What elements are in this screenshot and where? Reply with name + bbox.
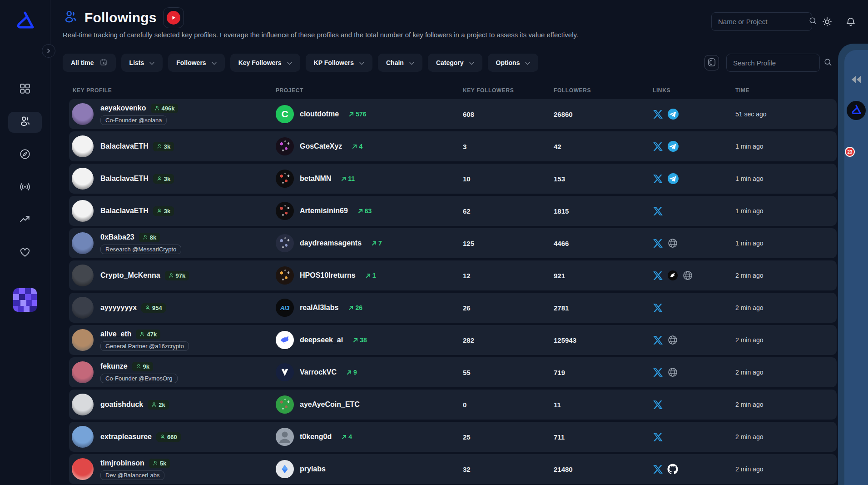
profile-name[interactable]: BalaclavaETH xyxy=(100,175,149,183)
profile-name[interactable]: fekunze xyxy=(100,362,128,370)
table-row[interactable]: ayyyyyyyx 954 AI3 realAI3labs 26 26 2781… xyxy=(69,293,837,323)
profile-name[interactable]: 0xBaba23 xyxy=(100,233,134,241)
project-name[interactable]: deepseek_ai xyxy=(300,336,343,344)
project-name[interactable]: HPOS10Ireturns xyxy=(300,271,356,280)
filter-kp-followers[interactable]: KP Followers xyxy=(306,54,372,72)
project-name[interactable]: Artemisinin69 xyxy=(300,207,348,215)
project-name[interactable]: ayeAyeCoin_ETC xyxy=(300,400,360,409)
project-icon[interactable] xyxy=(276,331,294,349)
profile-avatar[interactable] xyxy=(72,458,94,480)
filter-chain[interactable]: Chain xyxy=(378,54,422,72)
filter-followers[interactable]: Followers xyxy=(168,54,224,72)
panel-app-logo[interactable]: 23 xyxy=(847,101,866,120)
profile-name[interactable]: ayyyyyyyx xyxy=(100,304,137,312)
sidebar-item-signals[interactable] xyxy=(8,177,42,198)
profile-name[interactable]: goatishduck xyxy=(100,400,143,409)
table-row[interactable]: BalaclavaETH 3k Artemisinin69 63 62 1815… xyxy=(69,196,837,226)
project-icon[interactable] xyxy=(276,170,294,188)
x-icon[interactable] xyxy=(653,109,663,120)
project-name[interactable]: realAI3labs xyxy=(300,304,338,312)
table-row[interactable]: alive_eth 47k General Partner @a16zcrypt… xyxy=(69,325,837,355)
theme-toggle-button[interactable] xyxy=(822,16,833,29)
panel-toggle-button[interactable] xyxy=(704,55,719,70)
sidebar-item-explore[interactable] xyxy=(8,145,42,165)
profile-avatar[interactable] xyxy=(72,426,94,448)
profile-avatar[interactable] xyxy=(72,329,94,351)
project-name[interactable]: cloutdotme xyxy=(300,110,339,118)
sidebar-item-followings[interactable] xyxy=(8,112,42,133)
sidebar-expand-button[interactable] xyxy=(42,44,55,58)
github-icon[interactable] xyxy=(667,464,678,475)
x-icon[interactable] xyxy=(653,174,663,184)
filter-lists[interactable]: Lists xyxy=(121,54,163,72)
project-icon[interactable] xyxy=(276,137,294,155)
profile-name[interactable]: BalaclavaETH xyxy=(100,207,149,215)
x-icon[interactable] xyxy=(653,206,663,216)
project-name[interactable]: t0keng0d xyxy=(300,433,332,441)
profile-search-input[interactable] xyxy=(733,59,823,67)
sidebar-item-favorites[interactable] xyxy=(8,243,42,264)
project-icon[interactable] xyxy=(276,428,294,446)
x-icon[interactable] xyxy=(653,367,663,378)
profile-avatar[interactable] xyxy=(72,265,94,286)
telegram-icon[interactable] xyxy=(667,108,679,120)
profile-avatar[interactable] xyxy=(72,135,94,157)
profile-name[interactable]: alive_eth xyxy=(100,330,131,338)
x-icon[interactable] xyxy=(653,335,663,345)
app-logo-icon[interactable] xyxy=(15,10,35,35)
profile-name[interactable]: aeyakovenko xyxy=(100,104,146,112)
profile-avatar[interactable] xyxy=(72,200,94,222)
collapse-panel-icon[interactable] xyxy=(850,75,863,85)
profile-avatar[interactable] xyxy=(72,168,94,190)
table-row[interactable]: 0xBaba23 8k Research @MessariCrypto dayd… xyxy=(69,228,837,258)
table-row[interactable]: Crypto_McKenna 97k HPOS10Ireturns 1 12 9… xyxy=(69,260,837,290)
user-avatar[interactable] xyxy=(13,288,37,312)
table-row[interactable]: extrapleasuree 660 t0keng0d 4 25 711 2 m… xyxy=(69,422,837,452)
project-name[interactable]: daydreamsagents xyxy=(300,239,362,247)
eagle-icon[interactable] xyxy=(667,270,678,281)
filter-options[interactable]: Options xyxy=(488,54,539,72)
x-icon[interactable] xyxy=(653,303,663,313)
website-icon[interactable] xyxy=(667,367,678,378)
profile-name[interactable]: extrapleasuree xyxy=(100,433,152,441)
table-row[interactable]: fekunze 9k Co-Founder @EvmosOrg VarrockV… xyxy=(69,357,837,387)
table-row[interactable]: goatishduck 2k ayeAyeCoin_ETC 0 11 2 min… xyxy=(69,390,837,420)
table-row[interactable]: aeyakovenko 496k Co-Founder @solana C cl… xyxy=(69,99,837,129)
filter-category[interactable]: Category xyxy=(428,54,482,72)
profile-name[interactable]: Crypto_McKenna xyxy=(100,271,160,280)
project-icon[interactable] xyxy=(276,460,294,478)
x-icon[interactable] xyxy=(653,141,663,152)
filter-all-time[interactable]: All time xyxy=(63,54,116,72)
profile-name[interactable]: BalaclavaETH xyxy=(100,142,149,150)
telegram-icon[interactable] xyxy=(667,140,679,152)
project-name[interactable]: betaNMN xyxy=(300,175,331,183)
sidebar-item-dashboard[interactable] xyxy=(8,79,42,100)
global-search-input[interactable] xyxy=(718,18,808,25)
profile-avatar[interactable] xyxy=(72,297,94,319)
table-row[interactable]: timjrobinson 5k Dev @BalancerLabs prylab… xyxy=(69,454,837,484)
x-icon[interactable] xyxy=(653,464,663,475)
project-icon[interactable] xyxy=(276,202,294,220)
project-icon[interactable] xyxy=(276,363,294,381)
profile-avatar[interactable] xyxy=(72,361,94,383)
x-icon[interactable] xyxy=(653,432,663,442)
x-icon[interactable] xyxy=(653,270,663,281)
profile-avatar[interactable] xyxy=(72,103,94,125)
profile-avatar[interactable] xyxy=(72,394,94,415)
x-icon[interactable] xyxy=(653,238,663,249)
profile-avatar[interactable] xyxy=(72,232,94,254)
x-icon[interactable] xyxy=(653,400,663,410)
website-icon[interactable] xyxy=(682,270,693,281)
filter-key-followers[interactable]: Key Followers xyxy=(230,54,300,72)
table-row[interactable]: BalaclavaETH 3k GosCateXyz 4 3 42 1 min … xyxy=(69,131,837,161)
sidebar-item-trends[interactable] xyxy=(8,210,42,231)
website-icon[interactable] xyxy=(667,335,678,345)
telegram-icon[interactable] xyxy=(667,173,679,185)
project-icon[interactable]: C xyxy=(276,105,294,123)
project-name[interactable]: GosCateXyz xyxy=(300,142,342,150)
project-name[interactable]: prylabs xyxy=(300,465,326,473)
website-icon[interactable] xyxy=(667,238,678,249)
project-icon[interactable] xyxy=(276,395,294,414)
table-row[interactable]: BalaclavaETH 3k betaNMN 11 10 153 1 min … xyxy=(69,164,837,194)
project-name[interactable]: VarrockVC xyxy=(300,368,337,376)
